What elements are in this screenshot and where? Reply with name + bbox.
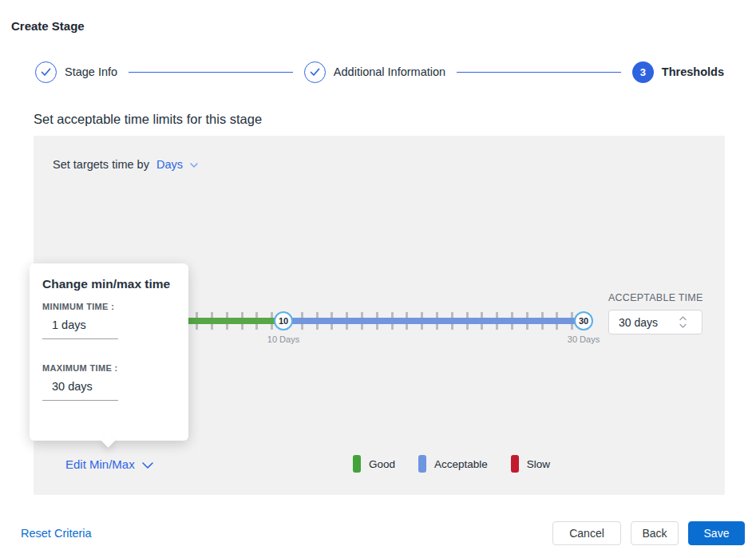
slider-segment-acceptable (283, 318, 585, 324)
acceptable-swatch (418, 455, 426, 473)
legend: Good Acceptable Slow (353, 455, 550, 473)
legend-label: Slow (527, 458, 550, 470)
thresholds-panel: Set targets time by Days 10 30 10 Days 3… (34, 136, 725, 495)
acceptable-time-label: ACCEPTABLE TIME (608, 292, 703, 303)
time-slider[interactable]: 10 30 10 Days 30 Days (136, 312, 594, 330)
slider-handle-max-label: 30 Days (558, 334, 609, 344)
stepper-arrows (679, 316, 687, 328)
slider-handle-max[interactable]: 30 (574, 311, 593, 330)
step-label: Thresholds (662, 65, 724, 78)
set-targets-line: Set targets time by Days (53, 158, 198, 171)
step-connector (457, 72, 621, 73)
targets-prefix: Set targets time by (53, 158, 149, 171)
step-stage-info[interactable]: Stage Info (35, 61, 117, 83)
create-stage-page: Create Stage Stage Info Additional Infor… (0, 0, 756, 558)
slider-handle-min[interactable]: 10 (274, 311, 293, 330)
step-thresholds[interactable]: 3 Thresholds (632, 61, 724, 83)
stepper: Stage Info Additional Information 3 Thre… (35, 61, 724, 83)
section-heading: Set acceptable time limits for this stag… (34, 112, 262, 127)
save-button[interactable]: Save (688, 521, 745, 545)
step-number-badge: 3 (632, 61, 654, 83)
slider-handle-min-label: 10 Days (258, 334, 309, 344)
maximum-time-label: MAXIMUM TIME : (42, 363, 176, 373)
minimum-time-input[interactable] (42, 311, 118, 339)
legend-item-good: Good (353, 455, 395, 473)
legend-label: Acceptable (434, 458, 488, 470)
legend-label: Good (369, 458, 395, 470)
chevron-down-icon[interactable] (679, 323, 687, 328)
acceptable-time-input[interactable] (609, 316, 678, 329)
edit-minmax-label: Edit Min/Max (65, 457, 135, 471)
legend-item-slow: Slow (511, 455, 550, 473)
step-label: Stage Info (65, 65, 117, 78)
step-label: Additional Information (334, 65, 445, 78)
good-swatch (353, 455, 361, 473)
popup-title: Change min/max time (42, 277, 176, 291)
page-title: Create Stage (11, 19, 85, 33)
check-circle-icon (35, 61, 57, 83)
acceptable-time-stepper (608, 310, 703, 334)
unit-dropdown[interactable]: Days (156, 158, 198, 171)
chevron-down-icon (190, 163, 198, 168)
reset-criteria-link[interactable]: Reset Criteria (21, 527, 92, 540)
unit-value: Days (156, 158, 183, 171)
check-circle-icon (304, 61, 326, 83)
cancel-button[interactable]: Cancel (552, 521, 621, 545)
legend-item-acceptable: Acceptable (418, 455, 488, 473)
minimum-time-label: MINIMUM TIME : (42, 302, 176, 311)
back-button[interactable]: Back (631, 521, 679, 545)
step-additional-information[interactable]: Additional Information (304, 61, 445, 83)
step-connector (129, 72, 293, 73)
slow-swatch (511, 455, 519, 473)
maximum-time-input[interactable] (42, 373, 118, 401)
chevron-up-icon[interactable] (679, 316, 687, 321)
chevron-down-icon (142, 462, 153, 469)
change-minmax-popup: Change min/max time MINIMUM TIME : MAXIM… (30, 263, 188, 441)
footer-buttons: Cancel Back Save (552, 521, 745, 545)
popup-pointer (101, 433, 115, 447)
edit-minmax-link[interactable]: Edit Min/Max (65, 457, 153, 471)
